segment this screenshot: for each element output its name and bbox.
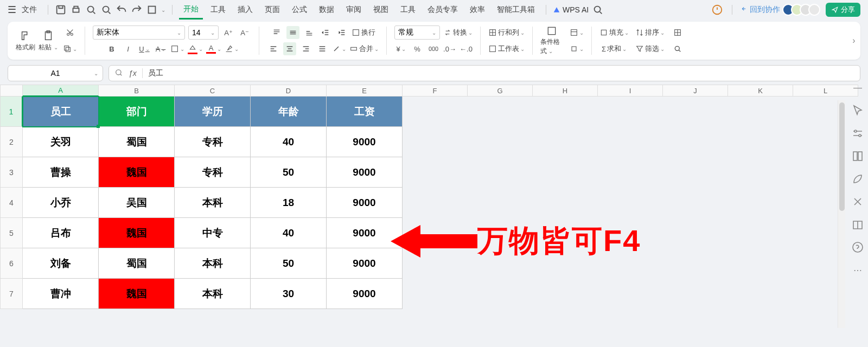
wrap-text-button[interactable]: 换行	[352, 26, 375, 39]
cell[interactable]: 员工	[23, 97, 99, 127]
cell[interactable]: 40	[251, 218, 327, 248]
tab-tools1[interactable]: 工具	[206, 0, 230, 20]
more-icon[interactable]: ⋯	[851, 264, 864, 277]
tab-smarttools[interactable]: 智能工具箱	[493, 0, 539, 20]
cut-icon[interactable]	[63, 26, 76, 39]
cell[interactable]: 部门	[99, 97, 175, 127]
cell[interactable]: 年龄	[251, 97, 327, 127]
cell[interactable]: 9000	[327, 279, 403, 309]
cell[interactable]: 9000	[327, 157, 403, 188]
cell[interactable]: 专科	[175, 157, 251, 188]
save-icon[interactable]	[55, 4, 67, 16]
row-header[interactable]: 2	[0, 127, 23, 157]
redo-icon[interactable]	[131, 4, 143, 16]
book-icon[interactable]	[851, 218, 864, 231]
avatar[interactable]	[808, 4, 820, 16]
template-icon[interactable]	[146, 4, 158, 16]
scrollbar-thumb[interactable]	[839, 102, 845, 211]
cell[interactable]: 刘备	[23, 248, 99, 279]
justify-icon[interactable]	[316, 42, 329, 55]
font-color-button[interactable]: A⌄	[206, 42, 221, 55]
cell[interactable]: 学历	[175, 97, 251, 127]
column-header[interactable]: G	[468, 85, 533, 97]
font-decrease-icon[interactable]: A⁻	[238, 26, 251, 39]
cell[interactable]: 关羽	[23, 127, 99, 157]
tab-start[interactable]: 开始	[179, 0, 203, 20]
highlight-button[interactable]: ⌄	[225, 42, 239, 55]
row-header[interactable]: 7	[0, 279, 23, 309]
merge-button[interactable]: 合并⌄	[349, 42, 379, 55]
cell[interactable]: 曹操	[23, 157, 99, 188]
cell[interactable]: 30	[251, 279, 327, 309]
tab-vip[interactable]: 会员专享	[423, 0, 462, 20]
orientation-icon[interactable]: ⌄	[332, 42, 346, 55]
format-painter-button[interactable]: 格式刷	[14, 25, 37, 56]
select-all-corner[interactable]	[0, 85, 23, 97]
table-style-button[interactable]: ⌄	[570, 26, 584, 39]
cursor-icon[interactable]	[851, 104, 864, 117]
cell[interactable]: 工资	[327, 97, 403, 127]
align-top-icon[interactable]	[270, 26, 283, 39]
cell[interactable]: 吴国	[99, 188, 175, 218]
cell[interactable]: 中专	[175, 218, 251, 248]
tab-data[interactable]: 数据	[315, 0, 339, 20]
align-middle-icon[interactable]	[286, 26, 299, 39]
preview-icon[interactable]	[85, 4, 97, 16]
ribbon-expand-icon[interactable]: ›	[850, 31, 858, 50]
row-header[interactable]: 3	[0, 157, 23, 188]
row-header[interactable]: 5	[0, 218, 23, 248]
formula-bar[interactable]: ƒx 员工	[108, 65, 860, 81]
sort-button[interactable]: 排序⌄	[635, 26, 665, 39]
cell[interactable]: 40	[251, 127, 327, 157]
row-header[interactable]: 6	[0, 248, 23, 279]
name-box[interactable]: A1 ⌄	[8, 65, 103, 81]
cell[interactable]: 小乔	[23, 188, 99, 218]
row-header[interactable]: 4	[0, 188, 23, 218]
cell[interactable]: 50	[251, 248, 327, 279]
align-center-icon[interactable]	[283, 42, 296, 55]
cell[interactable]: 18	[251, 188, 327, 218]
tab-insert[interactable]: 插入	[233, 0, 257, 20]
underline-button[interactable]: U ⌄	[138, 42, 151, 55]
tab-tools2[interactable]: 工具	[396, 0, 420, 20]
copy-icon[interactable]: ⌄	[63, 42, 77, 55]
tab-page[interactable]: 页面	[260, 0, 284, 20]
align-left-icon[interactable]	[267, 42, 280, 55]
border-button[interactable]: ⌄	[170, 42, 184, 55]
percent-icon[interactable]: %	[411, 42, 424, 55]
layout-icon[interactable]	[851, 150, 864, 163]
freeze-icon[interactable]	[671, 26, 684, 39]
cell[interactable]: 本科	[175, 279, 251, 309]
sync-warning-icon[interactable]	[711, 4, 723, 16]
cell[interactable]: 本科	[175, 248, 251, 279]
cell[interactable]: 蜀国	[99, 248, 175, 279]
search-icon[interactable]	[592, 4, 604, 16]
dec-decimal-icon[interactable]: ←.0	[459, 42, 473, 55]
leaf-icon[interactable]	[851, 172, 864, 185]
search-icon[interactable]	[671, 42, 684, 55]
help-icon[interactable]	[851, 241, 864, 254]
font-select[interactable]: 新宋体⌄	[93, 25, 185, 40]
back-to-collab[interactable]: 回到协作	[741, 5, 780, 15]
cell[interactable]: 50	[251, 157, 327, 188]
share-button[interactable]: 分享	[826, 3, 860, 17]
fill-handle[interactable]	[97, 125, 100, 128]
cell[interactable]: 专科	[175, 127, 251, 157]
tab-view[interactable]: 视图	[369, 0, 393, 20]
row-header[interactable]: 1	[0, 97, 23, 127]
tab-review[interactable]: 审阅	[342, 0, 366, 20]
filter-button[interactable]: 筛选⌄	[635, 42, 665, 55]
settings-icon[interactable]	[851, 127, 864, 140]
column-header[interactable]: C	[175, 85, 251, 97]
file-menu[interactable]: 文件	[22, 5, 37, 15]
cell[interactable]: 吕布	[23, 218, 99, 248]
cell[interactable]: 魏国	[99, 218, 175, 248]
tab-formula[interactable]: 公式	[288, 0, 311, 20]
column-header[interactable]: K	[728, 85, 793, 97]
rows-cols-button[interactable]: 行和列⌄	[488, 26, 525, 39]
column-header[interactable]: E	[327, 85, 403, 97]
inc-decimal-icon[interactable]: .0→	[443, 42, 456, 55]
column-header[interactable]: I	[598, 85, 663, 97]
indent-increase-icon[interactable]	[335, 26, 348, 39]
avatar-group[interactable]	[786, 4, 820, 16]
